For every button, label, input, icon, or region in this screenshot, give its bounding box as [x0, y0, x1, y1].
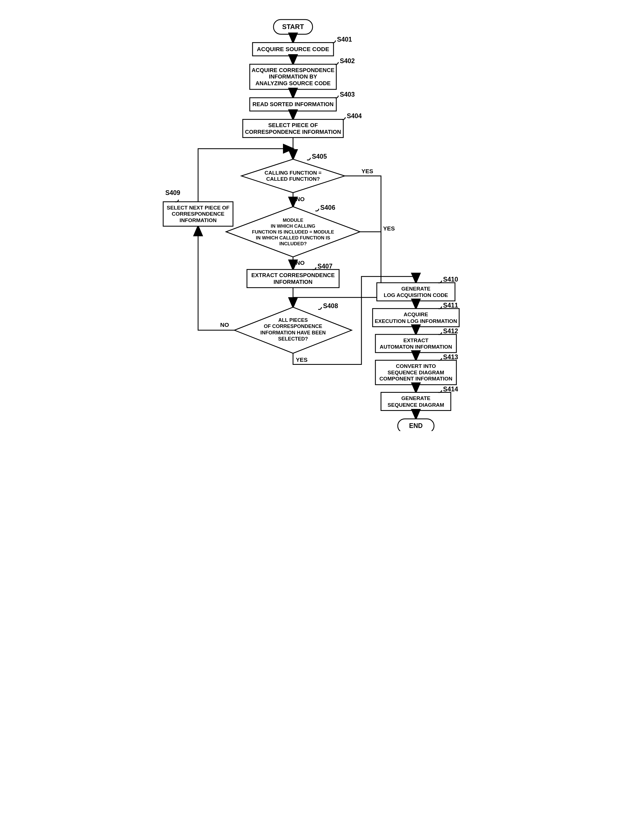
process-s402-l3: ANALYZING SOURCE CODE — [255, 80, 330, 86]
edge-s405-yes: YES — [362, 168, 373, 174]
process-s402-l2: INFORMATION BY — [269, 73, 317, 79]
process-s407-l2: INFORMATION — [274, 279, 312, 285]
step-tag-s411: S411 — [443, 302, 458, 309]
step-tag-s405: S405 — [312, 153, 327, 160]
step-tag-s410: S410 — [443, 276, 458, 283]
step-tag-s413: S413 — [443, 353, 458, 361]
process-s409-l1: SELECT NEXT PIECE OF — [167, 205, 230, 211]
edge-s405-no: NO — [296, 196, 305, 202]
terminal-end-label: END — [409, 422, 423, 429]
step-tag-s414: S414 — [443, 386, 458, 393]
decision-s408-l3: INFORMATION HAVE BEEN — [260, 330, 326, 335]
step-tag-s412: S412 — [443, 327, 458, 335]
decision-s406-l4: IN WHICH CALLED FUNCTION IS — [256, 235, 330, 241]
step-tag-s409: S409 — [165, 189, 181, 196]
process-s411 — [372, 309, 459, 327]
process-s414-l2: SEQUENCE DIAGRAM — [388, 402, 444, 408]
step-tag-s404: S404 — [347, 112, 362, 120]
decision-s408-l4: SELECTED? — [278, 336, 308, 342]
step-tag-s403: S403 — [340, 91, 355, 98]
process-s413-l1: CONVERT INTO — [396, 363, 436, 369]
process-s409-l3: INFORMATION — [179, 217, 217, 223]
process-s413-l3: COMPONENT INFORMATION — [379, 376, 452, 381]
decision-s406-l3: FUNCTION IS INCLUDED = MODULE — [252, 229, 334, 235]
process-s414 — [381, 393, 451, 411]
process-s401-text: ACQUIRE SOURCE CODE — [257, 46, 329, 52]
process-s412 — [375, 334, 456, 353]
process-s407-l1: EXTRACT CORRESPONDENCE — [251, 272, 335, 278]
process-s413-l2: SEQUENCE DIAGRAM — [388, 369, 444, 375]
step-tag-s407: S407 — [317, 263, 332, 270]
step-tag-s406: S406 — [320, 204, 335, 211]
decision-s406-l2: IN WHICH CALLING — [271, 223, 315, 229]
process-s414-l1: GENERATE — [401, 395, 431, 401]
process-s412-l1: EXTRACT — [403, 338, 429, 343]
edge-s408-no: NO — [220, 321, 229, 328]
decision-s405-l2: CALLED FUNCTION? — [266, 176, 320, 182]
step-tag-s401: S401 — [337, 36, 352, 43]
process-s404-l2: CORRESPONDENCE INFORMATION — [245, 129, 341, 135]
edge-s406-no: NO — [296, 260, 305, 266]
decision-s405 — [241, 159, 345, 193]
edge-s406-yes: YES — [383, 225, 395, 232]
process-s403-l1: READ SORTED INFORMATION — [253, 101, 334, 107]
step-tag-s402: S402 — [340, 57, 355, 64]
process-s404-l1: SELECT PIECE OF — [268, 122, 318, 128]
decision-s408-l1: ALL PIECES — [278, 317, 308, 323]
decision-s408-l2: OF CORRESPONDENCE — [264, 323, 322, 329]
process-s410-l1: GENERATE — [401, 286, 431, 291]
process-s411-l1: ACQUIRE — [404, 311, 428, 317]
process-s411-l2: EXECUTION LOG INFORMATION — [375, 318, 457, 324]
process-s412-l2: AUTOMATON INFORMATION — [380, 344, 452, 350]
decision-s405-l1: CALLING FUNCTION = — [265, 170, 321, 176]
process-s410-l2: LOG ACQUISITION CODE — [384, 292, 448, 298]
process-s402-l1: ACQUIRE CORRESPONDENCE — [252, 67, 334, 73]
decision-s406-l1: MODULE — [283, 218, 304, 223]
step-tag-s408: S408 — [323, 302, 338, 309]
decision-s406-l5: INCLUDED? — [279, 241, 307, 247]
process-s409-l2: CORRESPONDENCE — [172, 211, 224, 217]
process-s410 — [377, 283, 455, 301]
edge-s408-yes: YES — [296, 356, 308, 363]
terminal-start-label: START — [282, 23, 304, 30]
flowchart: START ACQUIRE SOURCE CODE S401 ACQUIRE C… — [155, 11, 464, 431]
